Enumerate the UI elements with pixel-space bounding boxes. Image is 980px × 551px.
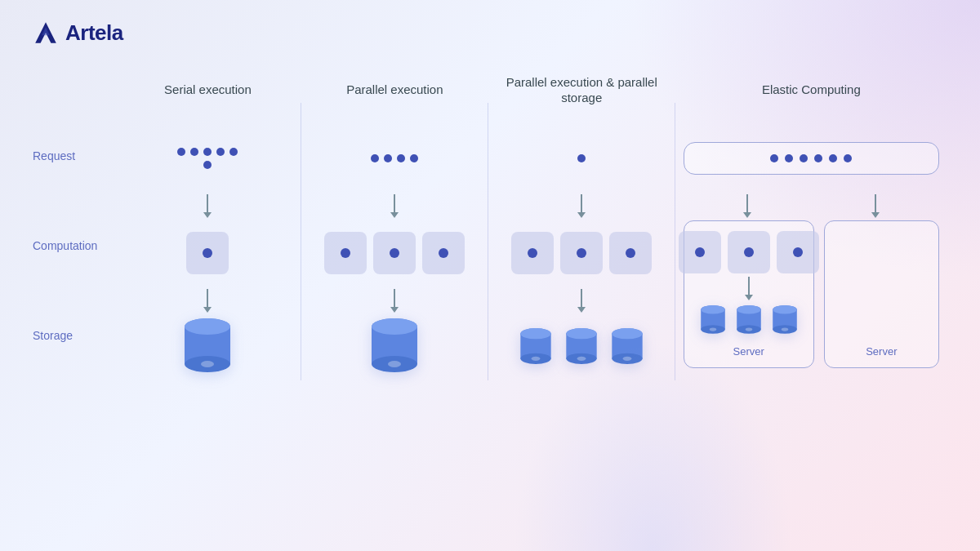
elastic-server1-storage — [697, 303, 800, 339]
logo-icon — [33, 20, 59, 46]
arrow-line — [746, 194, 748, 212]
arrow-head — [577, 307, 586, 313]
arrow-head — [390, 212, 399, 218]
dot — [744, 247, 754, 257]
svg-point-38 — [773, 305, 797, 314]
comp-box — [422, 232, 465, 274]
serial-arrow-2 — [203, 286, 212, 315]
elastic-arrow-left — [743, 191, 751, 220]
arrow-line — [394, 289, 395, 307]
dot — [770, 154, 778, 162]
dot — [177, 148, 185, 156]
elastic-servers: Server Server — [684, 220, 939, 368]
dot — [397, 154, 405, 162]
row-labels: Request Computation Storage — [33, 70, 114, 380]
svg-point-24 — [623, 357, 632, 361]
elastic-request-section — [684, 126, 939, 191]
dot — [528, 248, 537, 258]
columns-container: Serial execution — [114, 70, 947, 380]
arrow-line — [207, 289, 208, 307]
db-icon-e1 — [697, 303, 728, 339]
col-serial: Serial execution — [114, 70, 301, 380]
par-storage-request-section — [497, 126, 667, 191]
dot — [626, 248, 635, 258]
svg-point-23 — [612, 328, 643, 339]
logo: Artela — [33, 20, 947, 46]
svg-point-13 — [521, 328, 551, 339]
elastic-arrow-right — [871, 191, 880, 220]
elastic-server2: Server — [824, 220, 939, 368]
arrow-head — [577, 212, 586, 218]
svg-point-14 — [532, 357, 541, 361]
par-storage-storage-section — [497, 315, 667, 380]
par-storage-arrow-2 — [577, 286, 586, 315]
svg-point-19 — [577, 357, 586, 361]
dot — [203, 248, 212, 258]
arrow-line — [581, 194, 582, 212]
serial-request-section — [122, 126, 293, 191]
svg-point-34 — [745, 327, 751, 331]
svg-point-29 — [709, 327, 715, 331]
row-label-storage: Storage — [33, 291, 114, 380]
col-elastic-title: Elastic Computing — [762, 70, 861, 109]
svg-point-9 — [388, 361, 401, 367]
parallel-computation-section — [310, 220, 480, 286]
dot — [410, 154, 418, 162]
par-storage-comp-group — [511, 232, 652, 274]
dot — [203, 161, 212, 169]
parallel-comp-group — [324, 232, 465, 274]
arrow-line — [394, 194, 395, 212]
svg-point-33 — [737, 305, 761, 314]
server1-label: Server — [733, 345, 764, 358]
dot — [577, 248, 586, 258]
svg-point-28 — [701, 305, 725, 314]
serial-arrow-1 — [203, 191, 212, 220]
dot — [829, 154, 837, 162]
svg-point-4 — [201, 361, 214, 367]
db-icon-serial — [178, 315, 237, 380]
comp-box — [186, 232, 229, 274]
db-icon-ps2 — [562, 325, 601, 371]
dot — [384, 154, 392, 162]
dot — [216, 148, 225, 156]
col-parallel-storage: Parallel execution & parallel storage — [488, 70, 675, 380]
db-icon-ps1 — [516, 325, 555, 371]
serial-dots — [175, 148, 240, 169]
arrow-head — [203, 212, 212, 218]
dot — [793, 247, 803, 257]
diagram: Request Computation Storage Serial execu… — [33, 70, 947, 380]
elastic-server1-comp — [679, 231, 819, 273]
svg-point-18 — [567, 328, 597, 339]
serial-comp-group — [186, 232, 229, 274]
server1-arrow — [745, 273, 753, 303]
parallel-dots — [371, 154, 418, 162]
par-storage-dots — [577, 154, 586, 162]
parallel-request-section — [310, 126, 480, 191]
parallel-arrow-1 — [390, 191, 399, 220]
col-parallel: Parallel execution — [301, 70, 488, 380]
arrow-line — [748, 277, 750, 295]
row-label-computation: Computation — [33, 201, 114, 291]
db-icon-parallel — [365, 315, 424, 380]
elastic-server1: Server — [684, 220, 814, 368]
dot — [229, 148, 238, 156]
db-icon-ps3 — [608, 325, 647, 371]
parallel-storage-section — [310, 315, 480, 380]
arrow-head — [745, 295, 753, 300]
comp-box — [373, 232, 416, 274]
comp-box — [511, 232, 554, 274]
dot — [190, 148, 198, 156]
col-parallel-storage-title: Parallel execution & parallel storage — [497, 70, 667, 109]
arrow-head — [871, 212, 880, 218]
server2-label: Server — [866, 345, 897, 358]
svg-point-39 — [781, 327, 787, 331]
dot — [577, 154, 586, 162]
arrow-head — [743, 212, 751, 218]
arrow-line — [207, 194, 208, 212]
logo-text: Artela — [65, 20, 123, 46]
elastic-request-box — [684, 142, 939, 175]
arrow-head — [390, 307, 399, 313]
serial-computation-section — [122, 220, 293, 286]
par-storage-computation-section — [497, 220, 667, 286]
dot — [203, 148, 212, 156]
